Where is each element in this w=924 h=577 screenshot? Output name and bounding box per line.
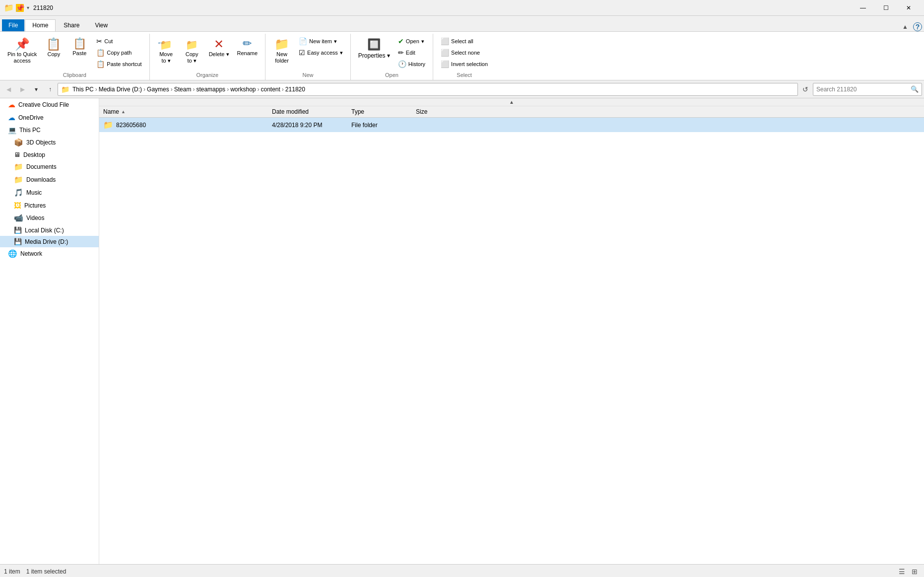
sidebar-item-creative-cloud[interactable]: ☁ Creative Cloud File — [0, 98, 99, 111]
search-input[interactable] — [816, 86, 909, 93]
move-to-button[interactable]: 📁 ← Moveto ▾ — [154, 36, 179, 67]
ribbon-group-clipboard: 📌 Pin to Quickaccess 📋 Copy 📋 Paste ✂ — [0, 34, 150, 80]
history-icon: 🕐 — [398, 60, 406, 68]
desktop-icon: 🖥 — [14, 151, 20, 158]
large-icons-view-button[interactable]: ⊞ — [909, 567, 920, 577]
tab-share[interactable]: Share — [56, 19, 87, 31]
easy-access-icon: ☑ — [299, 49, 305, 57]
open-button[interactable]: ✔ Open ▾ — [395, 36, 429, 47]
forward-button[interactable]: ▶ — [16, 83, 29, 96]
properties-button[interactable]: 🔲 Properties ▾ — [355, 36, 394, 62]
rename-button[interactable]: ✏ Rename — [234, 36, 262, 59]
back-button[interactable]: ◀ — [2, 83, 15, 96]
new-folder-button[interactable]: 📁 Newfolder — [269, 36, 294, 67]
open-label: Open — [406, 38, 419, 44]
file-table-header: Name ▲ Date modified Type Size — [99, 106, 924, 118]
select-none-button[interactable]: ⬜ Select none — [437, 47, 491, 58]
sidebar-item-3d-objects[interactable]: 📦 3D Objects — [0, 136, 99, 149]
refresh-button[interactable]: ↺ — [799, 83, 812, 96]
sidebar-item-network[interactable]: 🌐 Network — [0, 247, 99, 260]
copy-path-button[interactable]: 📋 Copy path — [93, 47, 145, 58]
ribbon: 📌 Pin to Quickaccess 📋 Copy 📋 Paste ✂ — [0, 32, 924, 80]
recent-locations-button[interactable]: ▾ — [30, 83, 43, 96]
minimize-button[interactable]: — — [852, 0, 874, 16]
history-button[interactable]: 🕐 History — [395, 59, 429, 70]
ribbon-group-new: 📁 Newfolder 📄 New item ▾ ☑ Easy access ▾ — [265, 34, 351, 80]
column-name-label: Name — [103, 108, 119, 115]
title-bar-icons: 📁 📌 ▾ — [4, 3, 29, 12]
tab-view[interactable]: View — [87, 19, 115, 31]
title-dropdown-btn[interactable]: ▾ — [27, 5, 29, 10]
edit-button[interactable]: ✏ Edit — [395, 47, 429, 58]
search-box[interactable]: 🔍 — [813, 83, 922, 96]
sidebar-item-media-drive[interactable]: 💾 Media Drive (D:) — [0, 236, 99, 247]
scroll-up-button[interactable]: ▲ — [99, 98, 924, 106]
sidebar-item-this-pc[interactable]: 💻 This PC — [0, 124, 99, 136]
table-row[interactable]: 📁 823605680 4/28/2018 9:20 PM File folde… — [99, 118, 924, 132]
move-to-icon: 📁 ← — [160, 38, 172, 50]
ribbon-content: 📌 Pin to Quickaccess 📋 Copy 📋 Paste ✂ — [0, 34, 924, 80]
new-folder-icon: 📁 — [274, 38, 289, 50]
sidebar-item-downloads[interactable]: 📁 Downloads — [0, 173, 99, 186]
new-item-button[interactable]: 📄 New item ▾ — [295, 36, 346, 47]
organize-group-label: Organize — [152, 71, 263, 80]
close-button[interactable]: ✕ — [897, 0, 920, 16]
column-header-type[interactable]: Type — [347, 106, 412, 117]
sidebar-item-music[interactable]: 🎵 Music — [0, 186, 99, 199]
move-to-dropdown-arrow: ▾ — [168, 58, 171, 64]
new-small-btns: 📄 New item ▾ ☑ Easy access ▾ — [295, 36, 346, 58]
file-name-cell: 📁 823605680 — [99, 118, 268, 132]
sidebar-item-documents[interactable]: 📁 Documents — [0, 160, 99, 173]
item-count: 1 item — [4, 568, 20, 575]
downloads-icon: 📁 — [14, 175, 23, 184]
paste-button[interactable]: 📋 Paste — [67, 36, 92, 59]
column-header-date[interactable]: Date modified — [268, 106, 347, 117]
properties-label: Properties ▾ — [358, 52, 390, 59]
select-all-button[interactable]: ⬜ Select all — [437, 36, 491, 47]
sidebar-item-local-disk[interactable]: 💾 Local Disk (C:) — [0, 224, 99, 236]
pin-to-quick-access-button[interactable]: 📌 Pin to Quickaccess — [4, 36, 40, 67]
creative-cloud-icon: ☁ — [8, 100, 15, 109]
copy-label: Copy — [47, 51, 60, 58]
up-button[interactable]: ↑ — [44, 83, 57, 96]
sidebar-item-desktop[interactable]: 🖥 Desktop — [0, 149, 99, 160]
sidebar-label-local-disk: Local Disk (C:) — [25, 227, 64, 234]
tab-home[interactable]: Home — [25, 19, 56, 31]
sidebar-scroll: ☁ Creative Cloud File ☁ OneDrive 💻 This … — [0, 98, 99, 564]
copy-to-button[interactable]: 📁 Copyto ▾ — [180, 36, 204, 67]
delete-button[interactable]: ✕ Delete ▾ — [205, 36, 233, 60]
selected-count: 1 item selected — [26, 568, 66, 575]
column-header-size[interactable]: Size — [412, 106, 452, 117]
sidebar-label-pictures: Pictures — [24, 202, 46, 209]
collapse-ribbon-btn[interactable]: ▲ — [899, 22, 911, 31]
sidebar-item-pictures[interactable]: 🖼 Pictures — [0, 199, 99, 212]
column-header-name[interactable]: Name ▲ — [99, 106, 268, 117]
tab-file[interactable]: File — [2, 19, 24, 31]
new-group-label: New — [267, 71, 348, 80]
address-box[interactable]: 📁 This PC › Media Drive (D:) › Gaymes › … — [58, 83, 798, 96]
address-folder-icon: 📁 — [61, 85, 69, 93]
pin-label: Pin to Quickaccess — [7, 51, 37, 64]
easy-access-arrow: ▾ — [340, 50, 343, 56]
search-icon: 🔍 — [911, 85, 919, 93]
paste-shortcut-button[interactable]: 📋 Paste shortcut — [93, 59, 145, 70]
sidebar-item-onedrive[interactable]: ☁ OneDrive — [0, 111, 99, 124]
sidebar-label-documents: Documents — [26, 163, 57, 170]
details-view-button[interactable]: ☰ — [896, 567, 907, 577]
sidebar-item-videos[interactable]: 📹 Videos — [0, 212, 99, 224]
breadcrumb-gaymes: Gaymes › — [146, 86, 173, 93]
copy-button[interactable]: 📋 Copy — [41, 36, 66, 60]
breadcrumb-steam: Steam › — [173, 86, 196, 93]
rename-icon: ✏ — [243, 38, 252, 49]
copy-icon: 📋 — [46, 38, 61, 50]
paste-label: Paste — [72, 50, 86, 57]
paste-shortcut-label: Paste shortcut — [107, 61, 141, 67]
easy-access-button[interactable]: ☑ Easy access ▾ — [295, 47, 346, 58]
cut-button[interactable]: ✂ Cut — [93, 36, 145, 47]
help-button[interactable]: ? — [913, 22, 922, 31]
invert-selection-icon: ⬜ — [441, 60, 449, 68]
breadcrumb-211820: 211820 — [284, 86, 306, 93]
maximize-button[interactable]: ☐ — [874, 0, 897, 16]
properties-icon: 🔲 — [367, 38, 381, 51]
invert-selection-button[interactable]: ⬜ Invert selection — [437, 59, 491, 70]
